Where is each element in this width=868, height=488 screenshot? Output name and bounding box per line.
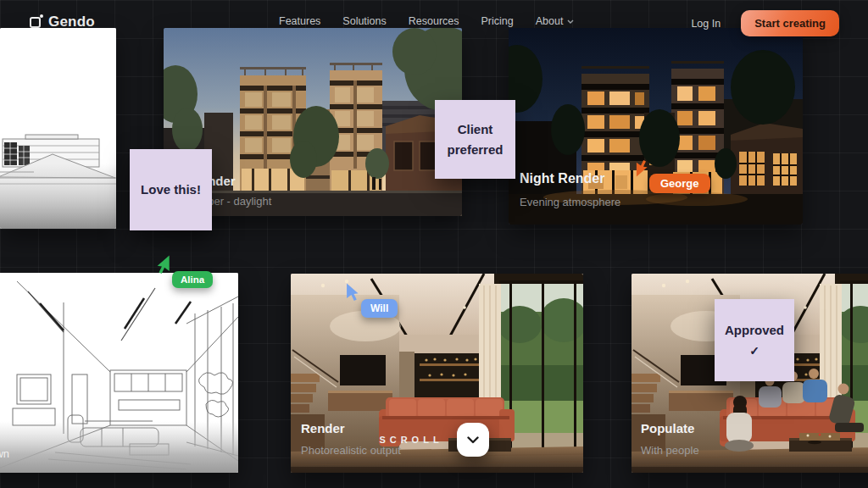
- nav-item-resources[interactable]: Resources: [409, 15, 459, 27]
- gendo-logo-icon: [30, 17, 41, 28]
- nav-item-about[interactable]: About: [536, 15, 575, 27]
- cursor-arrow-icon: [635, 160, 648, 177]
- card-subtitle: Evening atmosphere: [520, 196, 620, 208]
- card-title: Night Render: [520, 171, 604, 186]
- cursor-arrow-icon: [345, 283, 359, 301]
- login-link[interactable]: Log In: [691, 18, 721, 30]
- chevron-down-icon: [567, 19, 574, 24]
- gendo-landing-page: Gendo Features Solutions Resources Prici…: [0, 0, 868, 488]
- note-love-this: Love this!: [130, 149, 212, 230]
- nav-item-about-label: About: [536, 15, 564, 27]
- nav-links: Features Solutions Resources Pricing Abo…: [279, 15, 574, 27]
- cursor-label-will: Will: [361, 299, 398, 318]
- checkmark-icon: ✓: [749, 342, 760, 361]
- note-text: Client preferred: [440, 119, 510, 159]
- start-creating-button[interactable]: Start creating: [741, 10, 839, 36]
- cursor-alina: [156, 255, 171, 277]
- note-approved: Approved ✓: [715, 299, 794, 381]
- auth-actions: Log In Start creating: [691, 10, 839, 36]
- top-navigation: Gendo Features Solutions Resources Prici…: [0, 0, 868, 42]
- cursor-label-george: George: [649, 174, 710, 193]
- note-client-preferred: Client preferred: [435, 100, 515, 179]
- note-text: Approved: [725, 320, 784, 340]
- nav-item-features[interactable]: Features: [279, 15, 320, 27]
- card-sketch-exterior: [0, 28, 116, 229]
- cursor-george: [635, 160, 648, 180]
- chevron-down-icon: [467, 436, 479, 444]
- exterior-sketch-image: [0, 28, 116, 229]
- scroll-indicator: SCROLL: [0, 422, 868, 458]
- note-text: Love this!: [141, 180, 201, 199]
- card-render-night: Night Render Evening atmosphere: [509, 28, 803, 225]
- nav-item-solutions[interactable]: Solutions: [342, 15, 386, 27]
- cursor-label-alina: Alina: [172, 271, 213, 288]
- scroll-label: SCROLL: [379, 435, 442, 445]
- cursor-will: [345, 283, 359, 304]
- cursor-arrow-icon: [156, 255, 171, 274]
- scroll-down-button[interactable]: [457, 423, 489, 457]
- nav-item-pricing[interactable]: Pricing: [481, 15, 514, 27]
